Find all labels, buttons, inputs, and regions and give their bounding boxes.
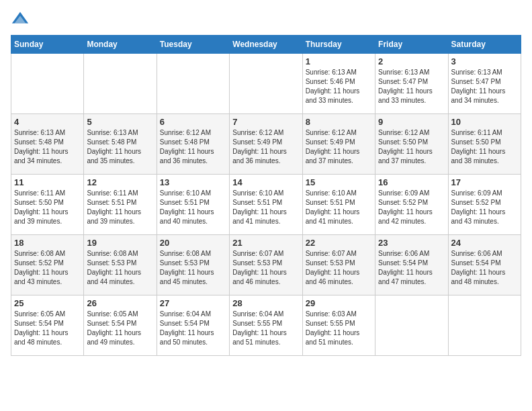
day-number: 25 [14, 298, 81, 308]
day-number: 5 [87, 117, 153, 127]
calendar-cell: 18Sunrise: 6:08 AM Sunset: 5:52 PM Dayli… [11, 235, 84, 295]
day-info: Sunrise: 6:04 AM Sunset: 5:55 PM Dayligh… [232, 310, 299, 347]
day-number: 28 [232, 298, 299, 308]
day-number: 26 [87, 298, 153, 308]
day-number: 9 [378, 117, 445, 127]
calendar-cell: 6Sunrise: 6:12 AM Sunset: 5:48 PM Daylig… [157, 114, 229, 175]
calendar-cell: 2Sunrise: 6:13 AM Sunset: 5:47 PM Daylig… [375, 54, 448, 114]
day-number: 14 [232, 177, 299, 187]
day-info: Sunrise: 6:11 AM Sunset: 5:50 PM Dayligh… [14, 189, 81, 226]
day-of-week-header: Sunday [11, 36, 84, 54]
calendar-cell: 3Sunrise: 6:13 AM Sunset: 5:47 PM Daylig… [448, 54, 521, 114]
calendar-cell: 17Sunrise: 6:09 AM Sunset: 5:52 PM Dayli… [448, 175, 521, 235]
day-number: 7 [232, 117, 299, 127]
calendar-cell: 24Sunrise: 6:06 AM Sunset: 5:54 PM Dayli… [448, 235, 521, 295]
day-info: Sunrise: 6:06 AM Sunset: 5:54 PM Dayligh… [378, 249, 445, 287]
calendar-cell: 7Sunrise: 6:12 AM Sunset: 5:49 PM Daylig… [230, 114, 302, 175]
calendar-cell: 11Sunrise: 6:11 AM Sunset: 5:50 PM Dayli… [11, 175, 84, 235]
day-number: 3 [451, 56, 518, 66]
calendar-cell: 9Sunrise: 6:12 AM Sunset: 5:50 PM Daylig… [375, 114, 448, 175]
page-header [11, 11, 521, 30]
calendar-cell [84, 54, 157, 114]
day-number: 24 [451, 238, 518, 248]
day-number: 1 [306, 56, 372, 66]
day-info: Sunrise: 6:05 AM Sunset: 5:54 PM Dayligh… [14, 310, 81, 347]
calendar-cell [375, 295, 448, 356]
day-info: Sunrise: 6:03 AM Sunset: 5:55 PM Dayligh… [306, 310, 372, 347]
calendar-cell: 19Sunrise: 6:08 AM Sunset: 5:53 PM Dayli… [84, 235, 157, 295]
day-info: Sunrise: 6:10 AM Sunset: 5:51 PM Dayligh… [232, 189, 299, 226]
day-info: Sunrise: 6:13 AM Sunset: 5:48 PM Dayligh… [14, 128, 81, 166]
calendar-cell: 10Sunrise: 6:11 AM Sunset: 5:50 PM Dayli… [448, 114, 521, 175]
day-number: 17 [451, 177, 518, 187]
calendar-cell: 8Sunrise: 6:12 AM Sunset: 5:49 PM Daylig… [302, 114, 375, 175]
day-of-week-header: Tuesday [157, 36, 229, 54]
logo-icon [11, 11, 30, 30]
day-number: 27 [160, 298, 226, 308]
day-number: 15 [306, 177, 372, 187]
calendar-cell: 20Sunrise: 6:08 AM Sunset: 5:53 PM Dayli… [157, 235, 229, 295]
day-number: 29 [306, 298, 372, 308]
calendar-cell [11, 54, 84, 114]
day-info: Sunrise: 6:07 AM Sunset: 5:53 PM Dayligh… [232, 249, 299, 287]
day-info: Sunrise: 6:12 AM Sunset: 5:49 PM Dayligh… [306, 128, 372, 166]
calendar-cell: 23Sunrise: 6:06 AM Sunset: 5:54 PM Dayli… [375, 235, 448, 295]
calendar-cell: 5Sunrise: 6:13 AM Sunset: 5:48 PM Daylig… [84, 114, 157, 175]
day-number: 6 [160, 117, 226, 127]
day-info: Sunrise: 6:06 AM Sunset: 5:54 PM Dayligh… [451, 249, 518, 287]
day-info: Sunrise: 6:10 AM Sunset: 5:51 PM Dayligh… [160, 189, 226, 226]
day-info: Sunrise: 6:11 AM Sunset: 5:50 PM Dayligh… [451, 128, 518, 166]
day-number: 11 [14, 177, 81, 187]
day-number: 23 [378, 238, 445, 248]
day-number: 22 [306, 238, 372, 248]
day-info: Sunrise: 6:13 AM Sunset: 5:48 PM Dayligh… [87, 128, 153, 166]
calendar-table: SundayMondayTuesdayWednesdayThursdayFrid… [11, 35, 521, 356]
day-info: Sunrise: 6:10 AM Sunset: 5:51 PM Dayligh… [306, 189, 372, 226]
day-number: 8 [306, 117, 372, 127]
calendar-cell: 25Sunrise: 6:05 AM Sunset: 5:54 PM Dayli… [11, 295, 84, 356]
day-number: 12 [87, 177, 153, 187]
day-info: Sunrise: 6:13 AM Sunset: 5:47 PM Dayligh… [451, 68, 518, 105]
day-of-week-header: Friday [375, 36, 448, 54]
calendar-cell: 26Sunrise: 6:05 AM Sunset: 5:54 PM Dayli… [84, 295, 157, 356]
day-number: 21 [232, 238, 299, 248]
calendar-cell: 29Sunrise: 6:03 AM Sunset: 5:55 PM Dayli… [302, 295, 375, 356]
day-info: Sunrise: 6:12 AM Sunset: 5:50 PM Dayligh… [378, 128, 445, 166]
day-info: Sunrise: 6:08 AM Sunset: 5:52 PM Dayligh… [14, 249, 81, 287]
calendar-cell: 1Sunrise: 6:13 AM Sunset: 5:46 PM Daylig… [302, 54, 375, 114]
day-info: Sunrise: 6:08 AM Sunset: 5:53 PM Dayligh… [160, 249, 226, 287]
calendar-cell: 4Sunrise: 6:13 AM Sunset: 5:48 PM Daylig… [11, 114, 84, 175]
logo [11, 11, 32, 30]
day-number: 18 [14, 238, 81, 248]
calendar-cell: 22Sunrise: 6:07 AM Sunset: 5:53 PM Dayli… [302, 235, 375, 295]
day-info: Sunrise: 6:08 AM Sunset: 5:53 PM Dayligh… [87, 249, 153, 287]
day-of-week-header: Monday [84, 36, 157, 54]
day-number: 4 [14, 117, 81, 127]
calendar-cell [230, 54, 302, 114]
day-of-week-header: Thursday [302, 36, 375, 54]
calendar-cell [448, 295, 521, 356]
calendar-cell: 15Sunrise: 6:10 AM Sunset: 5:51 PM Dayli… [302, 175, 375, 235]
day-number: 2 [378, 56, 445, 66]
day-info: Sunrise: 6:09 AM Sunset: 5:52 PM Dayligh… [378, 189, 445, 226]
calendar-cell: 12Sunrise: 6:11 AM Sunset: 5:51 PM Dayli… [84, 175, 157, 235]
calendar-cell: 27Sunrise: 6:04 AM Sunset: 5:54 PM Dayli… [157, 295, 229, 356]
calendar-cell: 16Sunrise: 6:09 AM Sunset: 5:52 PM Dayli… [375, 175, 448, 235]
day-number: 13 [160, 177, 226, 187]
calendar-cell: 21Sunrise: 6:07 AM Sunset: 5:53 PM Dayli… [230, 235, 302, 295]
day-info: Sunrise: 6:13 AM Sunset: 5:46 PM Dayligh… [306, 68, 372, 105]
day-of-week-header: Wednesday [230, 36, 302, 54]
calendar-cell: 28Sunrise: 6:04 AM Sunset: 5:55 PM Dayli… [230, 295, 302, 356]
day-number: 20 [160, 238, 226, 248]
day-of-week-header: Saturday [448, 36, 521, 54]
day-info: Sunrise: 6:04 AM Sunset: 5:54 PM Dayligh… [160, 310, 226, 347]
day-info: Sunrise: 6:12 AM Sunset: 5:48 PM Dayligh… [160, 128, 226, 166]
day-info: Sunrise: 6:05 AM Sunset: 5:54 PM Dayligh… [87, 310, 153, 347]
day-info: Sunrise: 6:13 AM Sunset: 5:47 PM Dayligh… [378, 68, 445, 105]
day-info: Sunrise: 6:09 AM Sunset: 5:52 PM Dayligh… [451, 189, 518, 226]
day-info: Sunrise: 6:12 AM Sunset: 5:49 PM Dayligh… [232, 128, 299, 166]
calendar-cell: 14Sunrise: 6:10 AM Sunset: 5:51 PM Dayli… [230, 175, 302, 235]
day-info: Sunrise: 6:11 AM Sunset: 5:51 PM Dayligh… [87, 189, 153, 226]
day-number: 19 [87, 238, 153, 248]
day-info: Sunrise: 6:07 AM Sunset: 5:53 PM Dayligh… [306, 249, 372, 287]
